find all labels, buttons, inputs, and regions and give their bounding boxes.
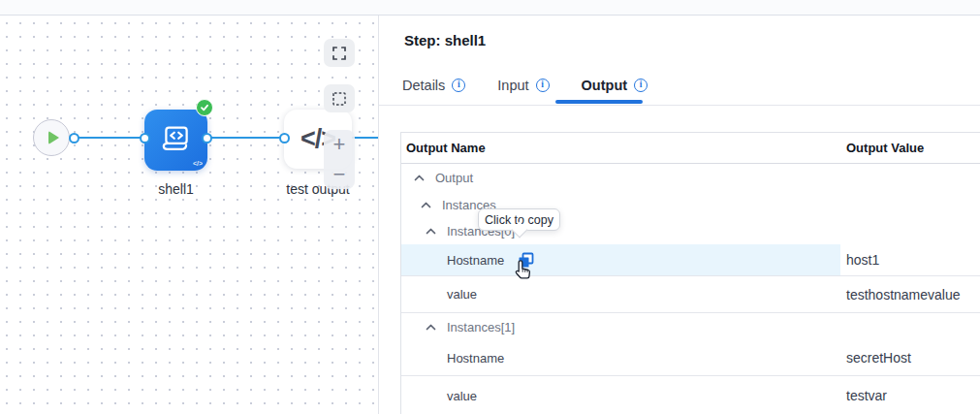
output-table: Output Name Output Value Output Inst xyxy=(400,132,980,414)
zoom-out-button[interactable]: − xyxy=(333,164,346,185)
output-name-label: Hostname xyxy=(447,351,504,366)
chevron-up-icon[interactable] xyxy=(426,228,436,235)
zoom-in-button[interactable]: + xyxy=(333,134,346,155)
tab-details-label: Details xyxy=(402,78,445,93)
active-tab-indicator xyxy=(555,100,643,104)
marquee-select-icon xyxy=(332,91,347,107)
output-value: host1 xyxy=(840,252,980,268)
output-value: secretHost xyxy=(840,350,980,366)
output-name-label: value xyxy=(447,389,477,403)
chevron-up-icon[interactable] xyxy=(426,324,436,331)
table-row-hostname-1[interactable]: Hostname secretHost xyxy=(401,340,980,376)
shell-mini-code-icon: </> xyxy=(193,160,203,167)
mouse-cursor-hand xyxy=(513,259,534,284)
table-header: Output Name Output Value xyxy=(401,133,980,164)
tabs-divider xyxy=(379,105,980,106)
workflow-canvas[interactable]: </> </> shell1 test output xyxy=(0,16,378,414)
fullscreen-icon xyxy=(332,46,347,61)
chevron-up-icon[interactable] xyxy=(421,202,431,208)
info-icon[interactable]: i xyxy=(634,79,648,92)
chevron-up-icon[interactable] xyxy=(414,175,425,181)
copy-tooltip: Click to copy xyxy=(478,208,560,231)
workflow-app-window: </> </> shell1 test output xyxy=(0,0,980,414)
port-shell1-in[interactable] xyxy=(140,133,150,143)
output-value: testhostnamevalue xyxy=(840,287,980,303)
info-icon[interactable]: i xyxy=(452,79,465,92)
step-details-panel: Step: shell1 Details i Input i Output i … xyxy=(379,16,980,414)
top-strip xyxy=(0,0,980,16)
tab-input-label: Input xyxy=(497,78,528,93)
start-node[interactable] xyxy=(33,119,70,156)
play-icon xyxy=(48,131,59,144)
table-row-value-1[interactable]: value testvar xyxy=(401,376,980,414)
table-row-group-instances-1[interactable]: Instances[1] xyxy=(401,313,980,340)
fullscreen-button[interactable] xyxy=(324,39,355,67)
node-label-shell1: shell1 xyxy=(144,181,207,197)
tree-group-label: Output xyxy=(435,171,473,185)
table-row-hostname-0[interactable]: Hostname host1 xyxy=(401,244,980,276)
port-test-output-in[interactable] xyxy=(279,133,290,143)
panel-title: Step: shell1 xyxy=(404,32,486,48)
output-name-label: Hostname xyxy=(447,253,504,268)
port-shell1-out[interactable] xyxy=(202,133,212,143)
node-shell1[interactable]: </> xyxy=(144,110,207,171)
shell-script-icon xyxy=(158,122,195,159)
tab-output-label: Output xyxy=(582,78,628,93)
select-area-button[interactable] xyxy=(324,84,355,112)
column-header-output-name: Output Name xyxy=(401,141,840,155)
column-header-output-value: Output Value xyxy=(840,141,980,155)
output-name-label: value xyxy=(447,287,477,302)
table-row-group-output[interactable]: Output xyxy=(401,164,980,191)
port-start-out[interactable] xyxy=(69,133,79,143)
info-icon[interactable]: i xyxy=(536,79,550,92)
success-badge xyxy=(196,99,213,116)
tree-group-label: Instances[1] xyxy=(447,320,515,334)
zoom-controls: + − xyxy=(324,130,355,189)
output-value: testvar xyxy=(840,388,980,403)
table-row-value-0[interactable]: value testhostnamevalue xyxy=(401,276,980,313)
check-icon xyxy=(200,103,209,112)
